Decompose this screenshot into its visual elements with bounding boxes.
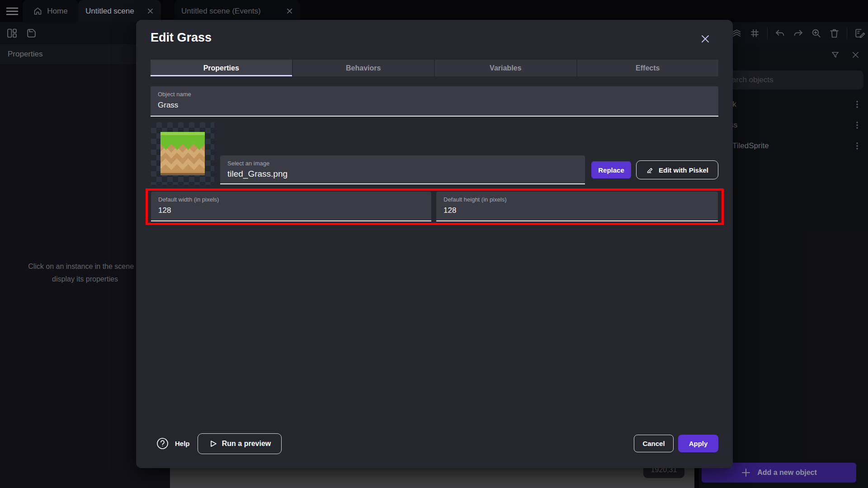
object-name-label: Object name: [158, 91, 191, 98]
default-width-field[interactable]: Default width (in pixels) 128: [151, 192, 431, 221]
default-width-label: Default width (in pixels): [158, 196, 219, 203]
dialog-title: Edit Grass: [151, 31, 212, 45]
select-image-value: tiled_Grass.png: [227, 169, 288, 179]
default-height-label: Default height (in pixels): [443, 196, 506, 203]
pencil-icon: [646, 166, 654, 174]
help-label: Help: [175, 440, 190, 447]
apply-button[interactable]: Apply: [678, 435, 718, 452]
object-name-field[interactable]: Object name Grass: [151, 86, 718, 117]
dialog-tab-bar: Properties Behaviors Variables Effects: [151, 60, 718, 76]
tab-variables[interactable]: Variables: [435, 60, 577, 76]
tab-behaviors[interactable]: Behaviors: [293, 60, 435, 76]
gdevelop-window: Home Untitled scene Untitled scene (Even…: [0, 0, 868, 488]
edit-object-dialog: Edit Grass Properties Behaviors Variable…: [136, 20, 733, 468]
tab-properties[interactable]: Properties: [151, 60, 293, 76]
run-preview-button[interactable]: Run a preview: [198, 433, 282, 454]
play-icon: [208, 439, 217, 448]
replace-button[interactable]: Replace: [591, 161, 631, 178]
edit-with-piskel-button[interactable]: Edit with Piskel: [636, 160, 718, 179]
object-name-value: Grass: [158, 101, 178, 110]
image-thumbnail[interactable]: [151, 122, 214, 185]
grass-tile-image: [160, 132, 205, 175]
select-image-label: Select an image: [227, 160, 269, 167]
help-icon: [156, 437, 169, 450]
cancel-button[interactable]: Cancel: [634, 435, 674, 452]
default-width-value: 128: [158, 206, 171, 215]
help-button[interactable]: Help: [156, 437, 190, 450]
default-height-value: 128: [443, 206, 456, 215]
run-preview-label: Run a preview: [222, 440, 271, 448]
dialog-close-icon[interactable]: [700, 33, 711, 44]
edit-with-piskel-label: Edit with Piskel: [659, 166, 708, 174]
select-image-field[interactable]: Select an image tiled_Grass.png: [220, 155, 585, 184]
default-height-field[interactable]: Default height (in pixels) 128: [436, 192, 718, 221]
tab-effects[interactable]: Effects: [577, 60, 719, 76]
